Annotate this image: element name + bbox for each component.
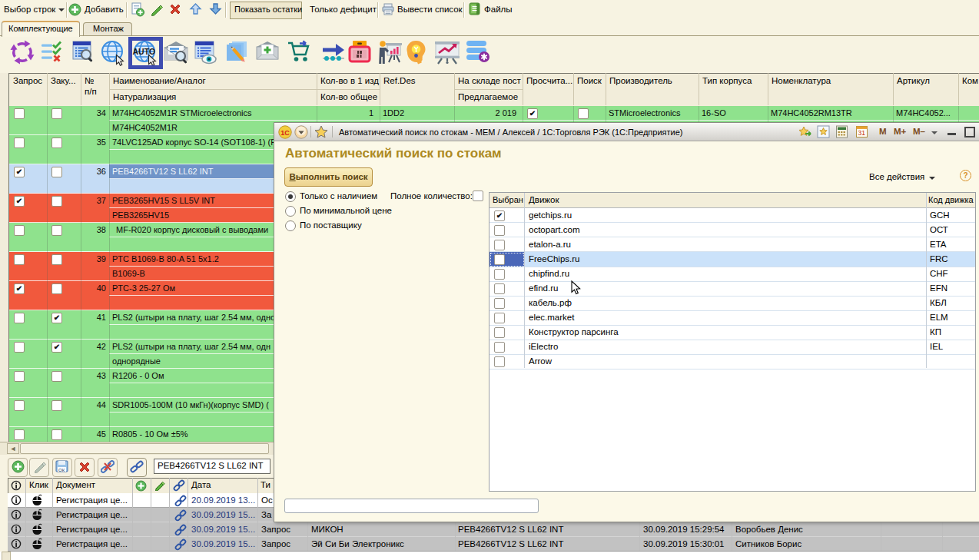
svg-text:1С: 1С	[280, 129, 290, 137]
svg-text:31: 31	[858, 129, 866, 137]
svg-text:ОК: ОК	[58, 468, 65, 472]
